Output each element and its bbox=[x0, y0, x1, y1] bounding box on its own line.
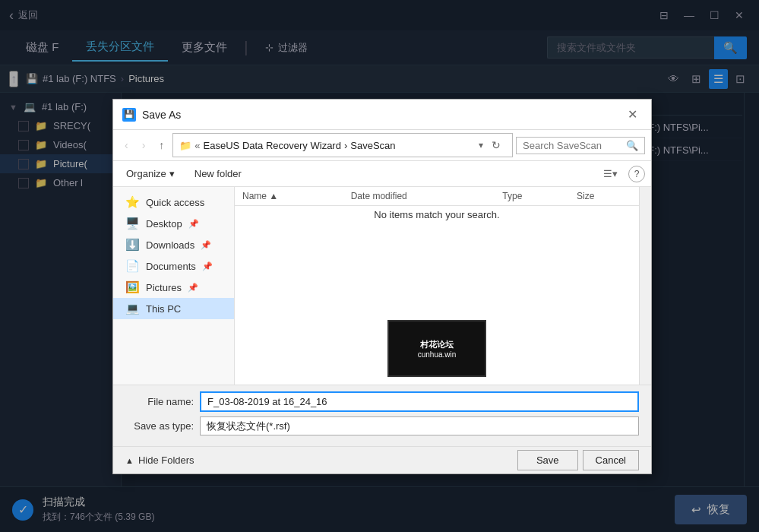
dialog-title-text: Save As bbox=[142, 109, 617, 121]
dialog-file-table: Name ▲ Date modified Type Size No items … bbox=[235, 187, 639, 223]
watermark-overlay: 村花论坛 cunhua.win bbox=[387, 320, 486, 377]
dialog-content: Name ▲ Date modified Type Size No items … bbox=[235, 187, 639, 385]
watermark-text-2: cunhua.win bbox=[418, 350, 457, 359]
filename-label: File name: bbox=[125, 396, 194, 407]
dialog-help-btn[interactable]: ? bbox=[628, 166, 645, 182]
pin-icon: 📌 bbox=[188, 219, 199, 229]
path-refresh-btn[interactable]: ↻ bbox=[486, 136, 506, 154]
documents-icon: 📄 bbox=[125, 259, 140, 273]
pictures-label: Pictures bbox=[146, 282, 182, 293]
dialog-save-button[interactable]: Save bbox=[517, 450, 578, 470]
downloads-icon: ⬇️ bbox=[125, 238, 140, 252]
dialog-up-btn[interactable]: ↑ bbox=[153, 135, 169, 155]
dialog-sidebar-documents[interactable]: 📄 Documents 📌 bbox=[113, 255, 234, 277]
folder-icon: 📁 bbox=[179, 140, 191, 151]
savetype-label: Save as type: bbox=[125, 420, 194, 432]
pictures-icon: 🖼️ bbox=[125, 280, 140, 294]
dialog-no-items-row: No items match your search. bbox=[235, 206, 639, 224]
pin-icon: 📌 bbox=[188, 283, 198, 293]
dialog-sidebar: ⭐ Quick access 🖥️ Desktop 📌 ⬇️ Downloads… bbox=[113, 187, 235, 385]
dialog-search-box: 🔍 bbox=[516, 137, 645, 154]
dialog-toolbar: Organize ▾ New folder ☰▾ ? bbox=[113, 161, 651, 187]
dialog-scrollbar[interactable] bbox=[639, 187, 651, 385]
dialog-sidebar-this-pc[interactable]: 💻 This PC bbox=[113, 298, 234, 319]
this-pc-icon: 💻 bbox=[125, 302, 140, 315]
dialog-body: ⭐ Quick access 🖥️ Desktop 📌 ⬇️ Downloads… bbox=[113, 187, 651, 385]
savetype-row: Save as type: 恢复状态文件(*.rsf) bbox=[125, 416, 639, 435]
this-pc-label: This PC bbox=[146, 303, 181, 315]
hide-folders-arrow: ▲ bbox=[125, 456, 134, 465]
dialog-view-list-btn[interactable]: ☰▾ bbox=[599, 165, 622, 182]
dialog-cancel-button[interactable]: Cancel bbox=[583, 450, 639, 470]
dialog-search-input[interactable] bbox=[523, 140, 626, 151]
dialog-sidebar-desktop[interactable]: 🖥️ Desktop 📌 bbox=[113, 213, 234, 234]
savetype-select-wrapper: 恢复状态文件(*.rsf) bbox=[200, 416, 639, 435]
quick-access-label: Quick access bbox=[146, 197, 204, 208]
pin-icon: 📌 bbox=[202, 261, 213, 271]
dialog-sidebar-downloads[interactable]: ⬇️ Downloads 📌 bbox=[113, 234, 234, 255]
organize-label: Organize bbox=[126, 168, 166, 179]
dialog-search-icon: 🔍 bbox=[626, 140, 638, 151]
savetype-select[interactable]: 恢复状态文件(*.rsf) bbox=[200, 416, 639, 435]
dialog-col-name[interactable]: Name ▲ bbox=[235, 187, 343, 206]
dialog-close-button[interactable]: ✕ bbox=[623, 106, 642, 123]
dialog-path-bar: 📁 « EaseUS Data Recovery Wizard › SaveSc… bbox=[172, 133, 513, 157]
hide-folders-label: Hide Folders bbox=[138, 454, 194, 466]
dialog-nav: ‹ › ↑ 📁 « EaseUS Data Recovery Wizard › … bbox=[113, 130, 651, 161]
dialog-col-date[interactable]: Date modified bbox=[343, 187, 495, 206]
hide-folders-row[interactable]: ▲ Hide Folders Save Cancel bbox=[113, 446, 651, 473]
dialog-col-type[interactable]: Type bbox=[495, 187, 569, 206]
downloads-label: Downloads bbox=[146, 239, 194, 251]
view-toggle: ☰▾ bbox=[599, 165, 622, 182]
dialog-footer: File name: Save as type: 恢复状态文件(*.rsf) bbox=[113, 385, 651, 446]
organize-button[interactable]: Organize ▾ bbox=[119, 164, 182, 183]
filename-row: File name: bbox=[125, 391, 639, 412]
no-items-text: No items match your search. bbox=[235, 206, 639, 224]
path-part-2[interactable]: SaveScan bbox=[350, 140, 395, 151]
path-sep-1: « bbox=[194, 140, 200, 151]
path-dropdown-btn[interactable]: ▾ bbox=[479, 140, 483, 150]
path-part-1[interactable]: EaseUS Data Recovery Wizard bbox=[204, 140, 341, 151]
save-as-dialog: 💾 Save As ✕ ‹ › ↑ 📁 « EaseUS Data Recove… bbox=[112, 99, 652, 474]
desktop-icon: 🖥️ bbox=[125, 217, 140, 230]
dialog-title-icon: 💾 bbox=[122, 108, 136, 122]
pin-icon: 📌 bbox=[201, 240, 211, 250]
dialog-sidebar-quick-access[interactable]: ⭐ Quick access bbox=[113, 192, 234, 213]
dialog-col-size[interactable]: Size bbox=[569, 187, 639, 206]
dialog-back-btn[interactable]: ‹ bbox=[119, 135, 134, 155]
dialog-title-bar: 💾 Save As ✕ bbox=[113, 100, 651, 130]
dialog-overlay: 💾 Save As ✕ ‹ › ↑ 📁 « EaseUS Data Recove… bbox=[0, 0, 759, 532]
documents-label: Documents bbox=[146, 261, 196, 272]
desktop-label: Desktop bbox=[146, 218, 182, 230]
new-folder-button[interactable]: New folder bbox=[188, 164, 248, 183]
path-sep-2: › bbox=[344, 140, 347, 151]
watermark-text-1: 村花论坛 bbox=[418, 339, 457, 350]
watermark-content: 村花论坛 cunhua.win bbox=[418, 339, 457, 359]
dialog-sidebar-pictures[interactable]: 🖼️ Pictures 📌 bbox=[113, 277, 234, 298]
dialog-forward-btn[interactable]: › bbox=[137, 135, 151, 155]
organize-dropdown-icon: ▾ bbox=[169, 168, 175, 179]
filename-input[interactable] bbox=[200, 391, 639, 412]
quick-access-icon: ⭐ bbox=[125, 195, 140, 209]
